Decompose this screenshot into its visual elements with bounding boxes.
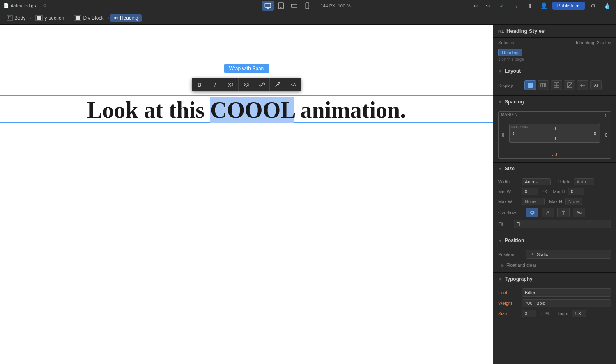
mobile-portrait-btn[interactable] xyxy=(301,1,313,11)
typo-height-value[interactable]: 1.3 xyxy=(575,311,581,316)
padding-bottom-value[interactable]: 0 xyxy=(553,136,556,141)
breadcrumb-item-body[interactable]: ☐ Body xyxy=(3,14,29,22)
svg-rect-13 xyxy=(554,86,556,88)
margin-right-value[interactable]: 0 xyxy=(605,133,607,137)
position-x-icon: ✕ xyxy=(530,252,533,257)
weight-row: Weight 700 - Bold xyxy=(498,299,611,307)
margin-box: MARGIN 0 0 0 PADDING 0 0 0 0 xyxy=(498,111,611,159)
git-btn[interactable]: ⑂ xyxy=(510,1,522,11)
min-w-value[interactable]: 0 xyxy=(525,189,527,194)
width-dash: – xyxy=(536,179,538,184)
svg-rect-12 xyxy=(557,83,559,85)
tablet-view-btn[interactable] xyxy=(275,1,287,11)
desktop-view-btn[interactable] xyxy=(262,1,274,11)
margin-left-value[interactable]: 0 xyxy=(502,133,504,137)
user-btn[interactable]: 👤 xyxy=(538,1,550,11)
redo-btn[interactable]: ↪ xyxy=(483,1,494,11)
size-section-header[interactable]: ▼ Size xyxy=(493,163,616,175)
display-block-btn[interactable] xyxy=(524,80,536,90)
min-w-label: Min W xyxy=(498,189,519,194)
overflow-label: Overflow xyxy=(498,210,523,215)
typography-label: Typography xyxy=(505,276,533,282)
max-h-label: Max H xyxy=(548,199,562,204)
svg-rect-9 xyxy=(543,84,544,87)
position-section-header[interactable]: ▼ Position xyxy=(493,234,616,247)
layout-section-header[interactable]: ▼ Layout xyxy=(493,65,616,77)
padding-left-value[interactable]: 0 xyxy=(513,131,515,136)
breadcrumb-item-heading[interactable]: H1 Heading xyxy=(110,14,141,22)
topbar: 📄 Animated gra... ⟳ ⋯ 1144 PX 100 % ↩ ↪ … xyxy=(0,0,616,11)
typo-size-value[interactable]: 3 xyxy=(525,311,527,316)
spacing-label: Spacing xyxy=(505,99,524,105)
overflow-visible-btn[interactable] xyxy=(526,208,538,217)
width-height-row: Width Auto – Height Auto xyxy=(498,178,611,185)
undo-redo-group: ↩ ↪ xyxy=(470,1,494,11)
font-value-display[interactable]: Bitter xyxy=(522,288,611,297)
position-value-display[interactable]: ✕ Static xyxy=(526,250,611,259)
overflow-hidden-btn[interactable] xyxy=(542,208,554,217)
width-value[interactable]: Auto xyxy=(525,179,534,184)
min-h-value[interactable]: 0 xyxy=(571,189,573,194)
display-grid-btn[interactable] xyxy=(551,80,562,90)
droplets-btn[interactable]: 💧 xyxy=(601,1,613,11)
export-btn[interactable]: ⬆ xyxy=(524,1,536,11)
overflow-scroll-btn[interactable] xyxy=(557,208,570,217)
margin-bottom-value[interactable]: 30 xyxy=(552,152,557,157)
padding-right-value[interactable]: 0 xyxy=(594,131,596,136)
display-inline-btn[interactable] xyxy=(577,80,588,90)
canvas-heading-text[interactable]: Look at this COOOL animation. xyxy=(0,88,493,132)
breadcrumb-item-divblock[interactable]: ⬜ Div Block xyxy=(71,14,107,22)
margin-top-value[interactable]: 0 xyxy=(605,113,607,118)
layout-section: ▼ Layout Display xyxy=(493,65,616,96)
typography-section-header[interactable]: ▼ Typography xyxy=(493,273,616,285)
width-label: Width xyxy=(498,179,519,184)
check-btn[interactable]: ✓ xyxy=(496,1,508,11)
canvas-inner: Wrap with Span B I X2 X2 ×A Look at this… xyxy=(0,25,493,364)
page-menu-icon[interactable]: ⋯ xyxy=(50,3,55,8)
mobile-landscape-btn[interactable] xyxy=(288,1,300,11)
weight-value-display[interactable]: 700 - Bold xyxy=(522,299,611,307)
spacing-section: ▼ Spacing MARGIN 0 0 0 PADDING 0 0 0 xyxy=(493,96,616,163)
fit-row: Fit Fill Contain Cover None xyxy=(498,220,611,228)
publish-button[interactable]: Publish ▼ xyxy=(552,2,585,10)
typo-size-unit: REM xyxy=(540,311,549,316)
float-row[interactable]: ▶ Float and clear xyxy=(498,261,611,269)
right-panel: H1 Heading Styles Selector Inheriting 2 … xyxy=(493,25,616,364)
body-icon: ☐ xyxy=(7,15,13,21)
min-wh-row: Min W 0 PX Min H 0 xyxy=(498,188,611,195)
display-none-btn[interactable] xyxy=(564,80,575,90)
layout-label: Layout xyxy=(505,68,521,74)
padding-top-value[interactable]: 0 xyxy=(553,126,556,131)
height-value[interactable]: Auto xyxy=(577,179,586,184)
height-label: Height xyxy=(554,179,570,184)
breadcrumb-item-section[interactable]: ⬜ y-section xyxy=(32,14,67,22)
padding-box: PADDING 0 0 0 0 xyxy=(509,124,600,143)
heading-selector-tag[interactable]: Heading xyxy=(498,49,522,56)
settings-btn[interactable]: ⚙ xyxy=(587,1,599,11)
max-h-value[interactable]: None xyxy=(568,199,579,204)
max-wh-row: Max W None – Max H None xyxy=(498,198,611,205)
fit-select[interactable]: Fill Contain Cover None xyxy=(514,220,611,228)
undo-btn[interactable]: ↩ xyxy=(470,1,482,11)
wrap-with-span-button[interactable]: Wrap with Span xyxy=(224,64,269,73)
bc-sep-3: › xyxy=(108,15,109,21)
panel-h1-tag: H1 xyxy=(498,29,504,34)
dim-display: 1144 PX 100 % xyxy=(318,3,351,8)
bc-sep-2: › xyxy=(68,15,70,21)
overflow-row: Overflow Au xyxy=(498,208,611,217)
right-controls: ↩ ↪ ✓ ⑂ ⬆ 👤 Publish ▼ ⚙ 💧 xyxy=(470,1,613,11)
max-w-label: Max W xyxy=(498,199,519,204)
position-label: Position xyxy=(505,238,524,243)
weight-label: Weight xyxy=(498,301,519,306)
size-section-content: Width Auto – Height Auto Min W 0 PX xyxy=(493,175,616,234)
display-ai-btn[interactable]: AI xyxy=(590,80,602,90)
layout-section-content: Display AI xyxy=(493,77,616,95)
display-flex-btn[interactable] xyxy=(538,80,549,90)
heading-bc-label: Heading xyxy=(120,15,138,21)
max-w-value[interactable]: None xyxy=(525,199,536,204)
overflow-auto-btn[interactable]: Au xyxy=(573,208,585,217)
spacing-section-header[interactable]: ▼ Spacing xyxy=(493,96,616,108)
margin-label: MARGIN xyxy=(501,112,517,117)
page-name: Animated gra... xyxy=(11,3,41,8)
bc-sep-1: › xyxy=(30,15,31,21)
